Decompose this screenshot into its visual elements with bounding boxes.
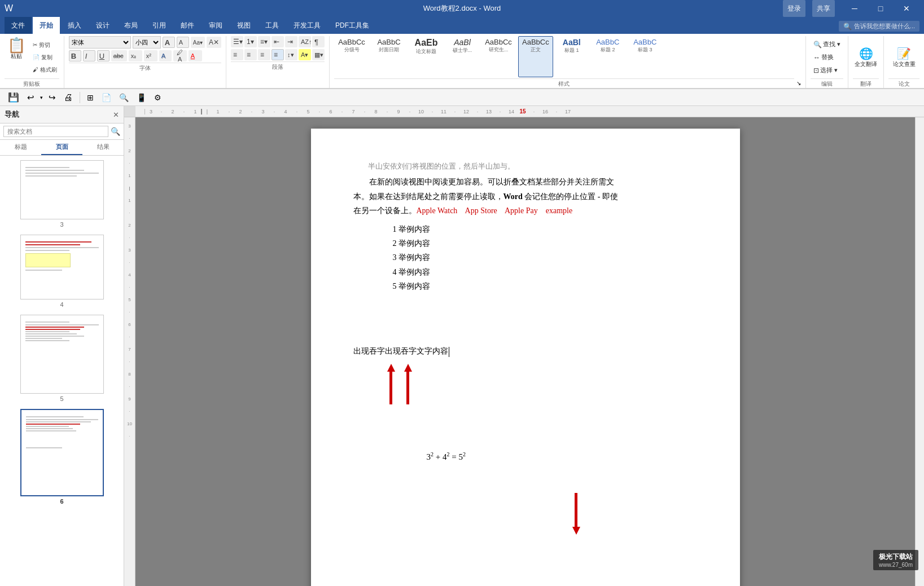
style-lunwenbiaoti[interactable]: AaEb 论文标题 [409,36,444,77]
ribbon-tab-start[interactable]: 开始 [33,17,60,34]
ribbon-tab-review[interactable]: 审阅 [202,17,229,34]
ribbon-tab-insert[interactable]: 插入 [61,17,88,34]
style-biaoti1[interactable]: AaBl 标题 1 [555,36,588,77]
cut-button[interactable]: ✂ 剪切 [30,39,59,51]
style-biaoti2[interactable]: AaBbC 标题 2 [590,36,625,77]
ribbon-tab-file[interactable]: 文件 [5,17,32,34]
nav-tab-headings[interactable]: 标题 [0,140,41,155]
copy-button[interactable]: 📄 复制 [30,52,59,63]
style-biaoti3[interactable]: AaBbC 标题 3 [628,36,663,77]
zoom-button[interactable]: 🔍 [117,92,131,103]
page-thumb-6[interactable]: 6 [5,409,119,505]
number-list-button[interactable]: 1▾ [244,36,257,47]
highlight-button[interactable]: 🖊A [173,50,187,61]
close-button[interactable]: ✕ [894,0,919,17]
style-fengmianriqi[interactable]: AaBbC 封面日期 [371,36,406,77]
style-shuoshi[interactable]: AaBl 硕士学... [446,36,479,77]
ribbon-tab-view[interactable]: 视图 [230,17,257,34]
font-shrink-button[interactable]: A [177,37,189,48]
nav-close-button[interactable]: ✕ [113,111,119,119]
scrollbar-v[interactable] [915,117,924,586]
font-size-select[interactable]: 小四 [133,36,161,49]
select-button[interactable]: ⊡ 选择 ▾ [811,64,843,76]
arrows-container [387,364,698,404]
page-thumb-4[interactable]: 4 [5,235,119,308]
bold-button[interactable]: B [69,50,81,61]
maximize-button[interactable]: □ [868,0,894,17]
strikethrough-button[interactable]: abc [111,50,127,61]
shading-button[interactable]: A▾ [299,49,311,60]
justify-button[interactable]: ≡ [271,49,284,60]
doc-para3: 在另一个设备上。Apple Watch App Store Apple Pay … [353,204,698,218]
page-num-6: 6 [60,498,63,505]
ribbon-tab-mailings[interactable]: 邮件 [174,17,201,34]
paper-check-button[interactable]: 📝 论文查重 [893,47,916,68]
page-thumb-5[interactable]: 5 [5,315,119,402]
font-color-button[interactable]: A [189,50,202,61]
replace-button[interactable]: ↔ 替换 [811,51,843,63]
undo-button[interactable]: ↩ [25,91,37,104]
style-fenjiehao[interactable]: AaBbCc 分级号 [334,36,369,77]
minimize-button[interactable]: ─ [842,0,868,17]
ribbon-tab-tools[interactable]: 工具 [259,17,286,34]
thumb-img-4 [20,235,104,299]
style-zhengwen[interactable]: AaBbCc 正文 [518,36,553,77]
paragraph-group-label: 段落 [231,61,325,71]
border-button[interactable]: ▦▾ [312,49,325,60]
search-icon: 🔍 [843,23,852,30]
more-tools-button[interactable]: ⚙ [152,92,164,103]
format-paint-button[interactable]: 🖌 格式刷 [30,64,59,76]
translate-group: 🌐 全文翻译 翻译 [853,36,884,88]
list-item-4: 4 举例内容 [393,265,698,279]
ribbon-tab-pdf[interactable]: PDF工具集 [329,17,376,34]
bullet-list-button[interactable]: ☰▾ [231,36,243,47]
share-button[interactable]: 共享 [812,0,835,17]
arrowhead-down [572,527,580,535]
tablet-button[interactable]: 📱 [134,92,148,103]
change-case-button[interactable]: Aa▾ [191,37,205,48]
nav-tab-results[interactable]: 结果 [82,140,124,155]
ribbon-tab-layout[interactable]: 布局 [117,17,144,34]
font-name-select[interactable]: 宋体 [69,36,131,49]
font-grow-button[interactable]: A [163,37,175,48]
redo-button[interactable]: ↪ [46,91,58,104]
multilevel-list-button[interactable]: ≡▾ [258,36,270,47]
nav-tab-pages[interactable]: 页面 [41,140,82,155]
undo-dropdown[interactable]: ▾ [40,95,43,100]
translate-button[interactable]: 🌐 全文翻译 [855,47,877,68]
ribbon-search[interactable]: 告诉我您想要做什么... [854,22,915,30]
nav-search-icon[interactable]: 🔍 [111,127,120,136]
styles-expand-button[interactable]: ↘ [794,80,803,86]
paste-button[interactable]: 📋 粘贴 [5,36,28,78]
document-scroll[interactable]: 半山安依刘们将视图的位置，然后半山加与。 在新的阅读视图中阅读更加容易。可以折叠… [135,117,915,586]
title-bar: W Word教程2.docx - Word 登录 共享 ─ □ ✕ [0,0,924,17]
nav-search-input[interactable] [3,126,108,137]
clipboard-group: 📋 粘贴 ✂ 剪切 📄 复制 🖌 格式刷 剪贴板 [5,36,64,88]
save-qa-button[interactable]: 💾 [6,91,21,104]
view-toggle-button[interactable]: ⊞ [85,92,96,103]
clear-format-button[interactable]: A✕ [207,37,221,48]
text-effect-button[interactable]: A [159,50,172,61]
align-left-button[interactable]: ≡ [231,49,243,60]
increase-indent-button[interactable]: ⇥ [285,36,297,47]
italic-button[interactable]: I [83,50,95,61]
align-right-button[interactable]: ≡ [258,49,270,60]
ribbon-tab-developer[interactable]: 开发工具 [287,17,327,34]
page-thumb-3[interactable]: 3 [5,160,119,228]
align-center-button[interactable]: ≡ [244,49,257,60]
thumb-img-6 [20,409,104,496]
subscript-button[interactable]: x₂ [129,50,142,61]
superscript-button[interactable]: x² [144,50,157,61]
print-button[interactable]: 🖨 [62,91,75,104]
decrease-indent-button[interactable]: ⇤ [271,36,284,47]
doc-view-button[interactable]: 📄 [99,92,113,103]
style-yanjiusheng[interactable]: AaBbCc 研究生... [481,36,516,77]
ribbon-tab-references[interactable]: 引用 [146,17,173,34]
line-spacing-button[interactable]: ↕▾ [285,49,297,60]
sort-button[interactable]: AZ↑ [299,36,311,47]
underline-button[interactable]: U [97,50,110,61]
ribbon-tab-design[interactable]: 设计 [89,17,116,34]
show-marks-button[interactable]: ¶ [312,36,325,47]
login-button[interactable]: 登录 [783,0,805,17]
find-button[interactable]: 🔍 查找 ▾ [811,38,843,50]
